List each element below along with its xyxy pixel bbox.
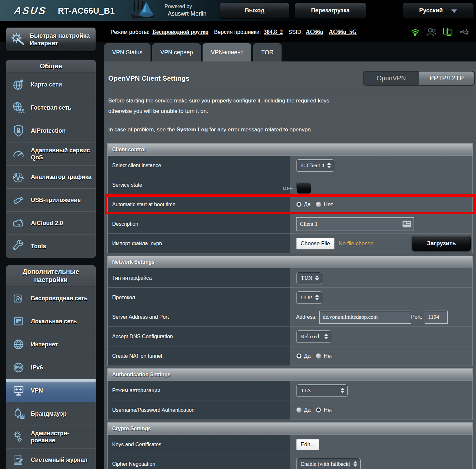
internet-globe-icon [10,337,27,352]
protocol-select[interactable]: UDP [296,291,322,304]
quick-internet-setup-button[interactable]: Быстрая настройка Интернет [6,27,96,51]
auth-mode-select[interactable]: TLS [296,384,348,397]
crypto-settings-header: Crypto Settings [108,422,473,435]
quick-setup-line2: Интернет [30,40,58,47]
wifi-status-icon[interactable] [410,27,420,37]
sidebar-item-lan[interactable]: Локальная сеть [6,310,96,333]
sidebar-item-qos[interactable]: Адаптивный сервис QoS [6,142,96,165]
ssid-label: SSID: [288,29,303,35]
quick-setup-line1: Быстрая настройка [30,32,90,39]
auto-start-yes-radio[interactable] [296,202,302,207]
description-input[interactable]: Client 1 [296,217,414,231]
intro-line1: Before starting the service make sure yo… [108,96,331,106]
create-nat-yes-radio[interactable] [296,353,302,359]
system-log-icon [10,453,27,467]
sidebar-item-traffic-analyzer[interactable]: Анализатор трафика [6,165,96,188]
select-client-label: Select client instance [108,156,290,175]
vpn-icon [10,383,27,398]
router-model: RT-AC66U_B1 [58,6,115,16]
system-log-link[interactable]: System Log [177,127,208,133]
sidebar-item-wireless[interactable]: Беспроводная сеть [6,287,96,310]
select-spinner-icon [353,461,357,467]
top-banner: ASUS RT-AC66U_B1 Powered by Asuswrt-Merl… [0,0,476,21]
asus-logo: ASUS [14,5,47,16]
interface-type-select[interactable]: TUN [296,272,323,284]
tab-tor[interactable]: TOR [253,43,282,61]
firmware-value-link[interactable]: 384.8_2 [264,29,283,35]
accept-dns-select[interactable]: Relaxed [296,330,331,343]
server-address-input[interactable]: de.vpnunlimitedapp.com [319,311,411,324]
usb-status-icon[interactable] [459,27,471,37]
sidebar-item-internet[interactable]: Интернет [6,333,96,356]
sidebar-item-network-map[interactable]: Карта сети [6,73,96,96]
sidebar: Быстрая настройка Интернет Общие Карта с… [6,27,96,51]
select-spinner-icon [327,163,331,168]
content-panel: OpenVPN Client Settings OpenVPN PPTP/L2T… [104,61,476,469]
table-row: Тип интерфейса TUN [108,268,473,288]
intro-text: Before starting the service make sure yo… [108,96,331,116]
network-map-icon [10,77,27,92]
sidebar-item-ipv6[interactable]: IPV6 IPv6 [6,356,96,379]
auth-settings-header: Authentication Settings [108,368,473,381]
toggle-state-label: OFF [283,182,294,194]
crypto-settings-table: Crypto Settings Keys and Certificates Ed… [107,422,473,469]
userpass-yes-radio[interactable] [296,407,302,413]
create-nat-no-radio[interactable] [316,353,321,359]
aicloud-icon [10,216,27,230]
sidebar-item-aicloud[interactable]: AiCloud 2.0 [6,211,96,235]
toggle-knob [297,183,311,193]
pptp-l2tp-toggle-button[interactable]: PPTP/L2TP [419,72,475,85]
table-row: Select client instance 4: Client 4 [108,156,473,175]
firmware-label: Версия прошивки: [214,29,261,35]
sidebar-item-usb-app[interactable]: USB-приложение [6,188,96,211]
sidebar-item-aiprotection[interactable]: AiProtection [6,119,96,142]
mode-value-link[interactable]: Беспроводной роутер [152,29,209,35]
client-instance-select[interactable]: 4: Client 4 [296,159,335,172]
select-spinner-icon [324,334,328,339]
client-list-icon[interactable] [402,221,411,228]
sidebar-item-tools[interactable]: Tools [6,235,96,258]
select-spinner-icon [315,295,319,300]
edit-keys-button[interactable]: Edit... [296,439,319,450]
sidebar-item-system-log[interactable]: Системный журнал [6,448,96,469]
language-label: Русский [419,3,443,18]
logout-button[interactable]: Выход [220,3,289,19]
table-row: Keys and Certificates Edit... [108,435,473,454]
openvpn-toggle-button[interactable]: OpenVPN [364,72,419,85]
upload-button[interactable]: Загрузить [412,236,471,251]
interface-type-label: Тип интерфейса [108,268,290,288]
sidebar-item-firewall[interactable]: Брандмауэр [6,402,96,425]
ssid-5g-link[interactable]: AC66u_5G [329,29,357,35]
mode-label: Режим работы: [111,29,150,35]
client-control-table: Client control Select client instance 4:… [107,143,473,253]
wireless-icon [10,291,27,305]
vpn-tab-bar: VPN Status VPN сервер VPN-клиент TOR [104,43,282,61]
description-label: Description [108,214,290,234]
chevron-down-icon [451,9,457,13]
choose-file-button[interactable]: Choose File [296,238,335,249]
cipher-negotiation-select[interactable]: Enable (with fallback) [296,458,361,469]
reboot-button[interactable]: Перезагрузка [295,3,366,19]
address-label: Address: [296,314,317,320]
sidebar-item-guest-network[interactable]: Гостевая сеть [6,96,96,119]
service-state-toggle[interactable]: OFF [296,182,297,188]
userpass-no-radio[interactable] [316,407,321,413]
traffic-analyzer-icon [10,170,27,184]
sidebar-item-administration[interactable]: Администри- рование [6,425,96,448]
table-row: Accept DNS Configuration Relaxed [108,327,473,346]
administration-gears-icon [10,430,27,444]
clients-status-icon[interactable] [426,27,437,37]
table-row: Cipher Negotiation Enable (with fallback… [108,454,473,469]
sidebar-group-advanced: Дополнительные настройки Беспроводная се… [6,265,96,469]
sidebar-item-vpn[interactable]: VPN [6,379,96,402]
server-port-input[interactable]: 1194 [425,311,448,324]
powered-by: Powered by Asuswrt-Merlin [165,3,206,17]
ssid-24-link[interactable]: AC66u [306,29,323,35]
system-log-note: In case of problem, see the System Log f… [108,127,312,133]
tab-vpn-client[interactable]: VPN-клиент [203,43,251,61]
tab-vpn-status[interactable]: VPN Status [104,43,151,61]
auto-start-no-radio[interactable] [316,202,321,207]
devices-status-icon[interactable] [443,27,454,37]
language-select[interactable]: Русский [403,3,474,19]
tab-vpn-server[interactable]: VPN сервер [152,43,201,61]
